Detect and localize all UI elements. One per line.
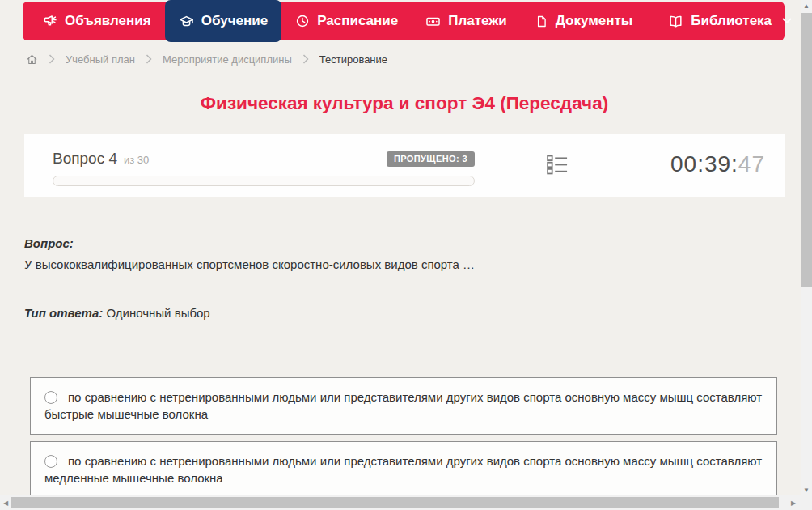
vertical-scrollbar[interactable]: ▲ ▼ [801, 0, 812, 495]
nav-item-learning[interactable]: Обучение [165, 0, 281, 42]
megaphone-icon [43, 14, 57, 28]
question-label: Вопрос: [24, 236, 74, 250]
banknote-icon [425, 14, 441, 29]
timer-seconds: 47 [738, 151, 765, 176]
scroll-up-arrow-icon[interactable]: ▲ [801, 0, 812, 11]
breadcrumb-discipline-event[interactable]: Мероприятие дисциплины [163, 53, 292, 66]
timer: 00:39:47 [670, 151, 765, 177]
question-progress-block: Вопрос 4 из 30 ПРОПУЩЕНО: 3 [53, 150, 475, 186]
nav-item-label: Библиотека [691, 13, 772, 29]
answer-option-2-radio[interactable] [44, 455, 57, 468]
answer-option-2-text: по сравнению с нетренированными людьми и… [44, 454, 762, 485]
nav-item-library[interactable]: Библиотека [654, 2, 806, 40]
question-header-card: Вопрос 4 из 30 ПРОПУЩЕНО: 3 00:39:47 [24, 134, 785, 197]
nav-item-label: Обучение [201, 13, 268, 29]
answer-type-label: Тип ответа: [24, 306, 103, 320]
answer-option-1-radio[interactable] [44, 391, 57, 404]
clock-icon [295, 14, 310, 28]
scroll-down-arrow-icon[interactable]: ▼ [801, 484, 812, 495]
chevron-down-icon [782, 18, 792, 24]
nav-item-payments[interactable]: Платежи [412, 2, 521, 40]
question-list-icon[interactable] [547, 155, 568, 175]
breadcrumb-testing: Тестирование [319, 53, 387, 66]
vertical-scrollbar-thumb[interactable] [801, 13, 812, 287]
breadcrumb-curriculum[interactable]: Учебный план [66, 53, 135, 66]
answer-option-1[interactable]: по сравнению с нетренированными людьми и… [30, 377, 777, 435]
main-nav: Объявления Обучение Расписание Платежи Д… [23, 2, 785, 40]
timer-main: 00:39: [670, 151, 738, 176]
breadcrumb-separator-icon [146, 54, 152, 64]
nav-item-label: Объявления [65, 13, 151, 29]
answer-option-1-label[interactable]: по сравнению с нетренированными людьми и… [31, 378, 776, 423]
question-text: У высококвалифицированных спортсменов ск… [24, 257, 752, 271]
test-page: Объявления Обучение Расписание Платежи Д… [0, 0, 812, 510]
page-title: Физическая культура и спорт Э4 (Пересдач… [24, 93, 785, 114]
nav-item-documents[interactable]: Документы [521, 2, 647, 40]
scroll-right-arrow-icon[interactable]: ▶ [788, 495, 799, 510]
horizontal-scrollbar-thumb[interactable] [11, 497, 779, 508]
horizontal-scrollbar[interactable]: ◀ ▶ [0, 495, 801, 510]
nav-item-announcements[interactable]: Объявления [29, 2, 165, 40]
breadcrumb: Учебный план Мероприятие дисциплины Тест… [26, 51, 387, 67]
graduation-cap-icon [179, 14, 194, 29]
document-icon [535, 15, 548, 28]
nav-item-label: Документы [556, 13, 633, 29]
nav-item-label: Платежи [448, 13, 507, 29]
answer-option-1-text: по сравнению с нетренированными людьми и… [44, 390, 762, 421]
answer-type-value: Одиночный выбор [106, 306, 209, 320]
scrollbar-corner [801, 495, 812, 510]
scroll-left-arrow-icon[interactable]: ◀ [0, 495, 11, 510]
book-icon [668, 14, 683, 29]
nav-item-schedule[interactable]: Расписание [281, 2, 412, 40]
home-icon[interactable] [26, 53, 38, 66]
breadcrumb-separator-icon [302, 54, 309, 64]
breadcrumb-separator-icon [49, 54, 55, 64]
progress-bar [53, 176, 475, 186]
skipped-badge: ПРОПУЩЕНО: 3 [387, 151, 475, 167]
question-number: Вопрос 4 [53, 150, 117, 168]
nav-item-label: Расписание [317, 13, 398, 29]
answer-type-row: Тип ответа: Одиночный выбор [24, 306, 210, 320]
answer-option-2-label[interactable]: по сравнению с нетренированными людьми и… [31, 442, 776, 487]
question-total: из 30 [124, 154, 149, 166]
